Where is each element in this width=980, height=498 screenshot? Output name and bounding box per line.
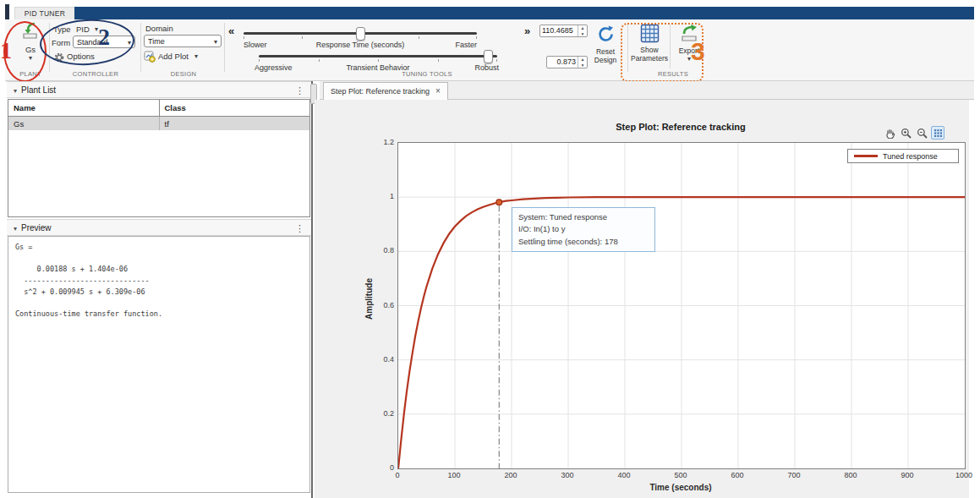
slider-center-label: Response Time (seconds) — [316, 41, 405, 49]
slider-track[interactable] — [259, 55, 497, 57]
pan-icon[interactable] — [883, 126, 896, 140]
spinner-value[interactable]: 110.4685 — [540, 25, 578, 36]
preview-content: Gs = 0.00188 s + 1.404e-06 -------------… — [8, 236, 310, 493]
step-response-chart — [398, 143, 965, 468]
tab-step-plot-label: Step Plot: Reference tracking — [331, 87, 430, 96]
transfer-function-text: Gs = 0.00188 s + 1.404e-06 -------------… — [15, 242, 309, 320]
domain-label: Domain — [145, 24, 173, 33]
x-tick-label: 800 — [834, 471, 868, 479]
tab-pid-tuner[interactable]: PID TUNER — [14, 7, 75, 20]
slider-thumb[interactable] — [356, 27, 365, 41]
x-tick-label: 600 — [720, 471, 754, 479]
transient-behavior-slider[interactable]: Aggressive Transient Behavior Robust — [259, 50, 497, 72]
show-parameters-button[interactable]: Show Parameters — [629, 24, 670, 63]
y-tick-label: 0 — [364, 463, 394, 472]
plant-import-icon — [20, 30, 41, 44]
show-parameters-icon — [640, 36, 660, 45]
datatip-tooltip[interactable]: System: Tuned response I/O: In(1) to y S… — [512, 207, 655, 252]
legend-line-swatch — [854, 155, 878, 157]
x-tick-label: 200 — [494, 471, 528, 479]
slider-thumb[interactable] — [484, 50, 493, 63]
datatip-line: I/O: In(1) to y — [518, 223, 649, 235]
zoom-in-icon[interactable] — [899, 126, 912, 140]
y-tick-label: 1 — [364, 192, 394, 200]
type-dropdown[interactable]: PID — [76, 25, 90, 34]
response-time-slider[interactable]: Slower Response Time (seconds) Faster — [244, 27, 477, 49]
plot-legend[interactable]: Tuned response — [847, 149, 959, 163]
plot-figure-area: Step Plot: Reference tracking — [315, 100, 969, 498]
plot-axes[interactable] — [397, 142, 966, 469]
response-time-spinner[interactable]: 110.4685 ▲▼ — [539, 25, 588, 37]
plant-dropdown-button[interactable]: Gs ▾ — [14, 21, 47, 62]
type-caret-icon: ▾ — [95, 25, 98, 33]
expand-sliders-button[interactable]: » — [524, 25, 530, 37]
x-tick-label: 500 — [664, 471, 698, 479]
export-button[interactable]: Export ▾ — [672, 24, 706, 64]
spinner-value[interactable]: 0.873 — [547, 57, 578, 68]
add-plot-icon — [144, 51, 156, 66]
datatip-line: System: Tuned response — [518, 211, 649, 223]
domain-select-value: Time — [148, 37, 165, 46]
x-tick-label: 300 — [550, 471, 584, 479]
plot-title: Step Plot: Reference tracking — [397, 122, 964, 132]
controller-section-label: CONTROLLER — [53, 70, 138, 78]
panel-menu-icon[interactable]: ⋮ — [295, 220, 304, 237]
plant-name-label: Gs — [14, 45, 47, 54]
datatip-line: Settling time (seconds): 178 — [518, 236, 649, 248]
column-header[interactable]: Class — [159, 100, 309, 117]
slider-right-label: Faster — [455, 41, 477, 49]
table-cell[interactable]: Gs — [8, 117, 159, 131]
ribbon-top-bar — [74, 7, 974, 19]
preview-panel-header[interactable]: ▾Preview ⋮ — [7, 219, 311, 236]
form-caret-icon: ▾ — [128, 36, 131, 49]
show-parameters-label: Show — [629, 46, 670, 55]
tab-close-icon[interactable]: × — [435, 86, 441, 96]
plot-toolbar — [883, 126, 944, 140]
panel-divider[interactable] — [311, 81, 313, 498]
form-label: Form — [52, 38, 70, 47]
slider-left-label: Slower — [244, 41, 267, 49]
panel-menu-icon[interactable]: ⋮ — [295, 82, 304, 99]
y-tick-label: 0.2 — [364, 409, 394, 418]
form-select-value: Standard — [77, 38, 108, 47]
add-plot-caret-icon: ▾ — [194, 52, 198, 60]
collapse-triangle-icon[interactable]: ▾ — [14, 225, 17, 233]
plant-caret-icon: ▾ — [14, 54, 47, 62]
plant-section-label: PLANT — [10, 70, 51, 78]
design-section-label: DESIGN — [145, 70, 222, 78]
table-cell[interactable]: tf — [159, 117, 309, 131]
x-tick-label: 900 — [890, 471, 924, 479]
form-select[interactable]: Standard ▾ — [73, 36, 135, 48]
legend-label: Tuned response — [883, 152, 938, 161]
tab-step-plot[interactable]: Step Plot: Reference tracking× — [323, 82, 448, 100]
type-label: Type — [53, 25, 71, 34]
add-plot-button[interactable]: Add Plot — [158, 52, 189, 61]
x-axis-label: Time (seconds) — [397, 483, 964, 492]
x-tick-label: 0 — [381, 471, 414, 479]
collapse-sliders-button[interactable]: « — [228, 25, 234, 37]
window-accent-bar — [5, 4, 9, 20]
plot-options-icon[interactable] — [931, 126, 944, 140]
x-tick-label: 100 — [437, 471, 471, 479]
zoom-out-icon[interactable] — [915, 126, 928, 140]
options-gear-icon — [54, 51, 64, 66]
ribbon-divider — [224, 23, 225, 72]
table-row[interactable]: Gstf — [8, 117, 309, 131]
settling-time-marker — [496, 200, 502, 205]
reset-design-button[interactable]: Reset Design — [583, 24, 627, 65]
ribbon-divider — [670, 25, 671, 68]
y-tick-label: 1.2 — [364, 138, 394, 146]
x-tick-label: 1000 — [947, 471, 980, 479]
plant-list-panel-header[interactable]: ▾Plant List ⋮ — [7, 81, 311, 98]
y-axis-label: Amplitude — [364, 278, 374, 320]
transient-spinner[interactable]: 0.873 ▲▼ — [546, 56, 588, 68]
collapse-triangle-icon[interactable]: ▾ — [14, 87, 17, 95]
reset-design-icon — [595, 38, 616, 47]
column-header[interactable]: Name — [8, 100, 159, 117]
show-parameters-label: Parameters — [629, 54, 670, 63]
document-tab-strip: Step Plot: Reference tracking× — [320, 81, 974, 100]
domain-select[interactable]: Time ▾ — [144, 35, 222, 47]
ribbon-divider — [49, 23, 50, 72]
results-section-label: RESULTS — [639, 70, 707, 78]
options-button[interactable]: Options — [67, 52, 95, 61]
